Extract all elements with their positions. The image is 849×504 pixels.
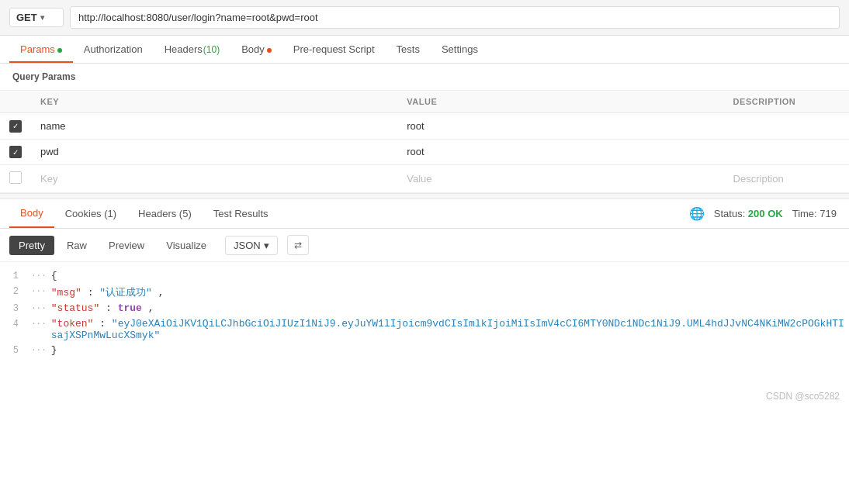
json-key-status: "status" (51, 302, 99, 314)
json-close-brace: } (51, 344, 57, 356)
json-val-msg: "认证成功" (99, 287, 152, 299)
format-raw-btn[interactable]: Raw (57, 236, 96, 255)
row3-value[interactable]: Value (397, 165, 723, 193)
row2-key[interactable]: pwd (31, 139, 397, 165)
response-time: Time: 719 (792, 208, 837, 219)
json-key-token: "token" (51, 318, 94, 330)
method-chevron: ▾ (40, 13, 44, 22)
url-bar: GET ▾ (0, 0, 849, 36)
json-line-2: 2 ··· "msg" : "认证成功" , (0, 284, 849, 301)
line-num-2: 2 (0, 285, 31, 297)
json-val-token: "eyJ0eXAiOiJKV1QiLCJhbGciOiJIUzI1NiJ9.ey… (51, 318, 844, 341)
response-tab-headers[interactable]: Headers (5) (127, 200, 203, 227)
response-tabs: Body Cookies (1) Headers (5) Test Result… (0, 199, 849, 229)
tab-headers[interactable]: Headers(10) (154, 36, 230, 63)
json-line-4: 4 ··· "token" : "eyJ0eXAiOiJKV1QiLCJhbGc… (0, 316, 849, 343)
url-input[interactable] (70, 6, 840, 29)
json-line-5: 5 ··· } (0, 343, 849, 358)
tab-settings[interactable]: Settings (431, 36, 489, 63)
wrap-icon: ⇄ (294, 240, 302, 250)
status-ok: 200 OK (748, 208, 783, 219)
row1-checkbox[interactable]: ✓ (9, 120, 22, 133)
json-key-msg: "msg" (51, 287, 81, 299)
params-table: KEY VALUE DESCRIPTION ✓ name root (0, 91, 849, 193)
tab-params[interactable]: Params (9, 36, 73, 63)
format-bar: Pretty Raw Preview Visualize JSON ▾ ⇄ (0, 229, 849, 262)
section-divider (0, 193, 849, 199)
format-visualize-btn[interactable]: Visualize (157, 236, 216, 255)
json-line-1: 1 ··· { (0, 268, 849, 284)
line-num-1: 1 (0, 270, 31, 281)
params-dot (57, 48, 62, 53)
request-tabs: Params Authorization Headers(10) Body Pr… (0, 36, 849, 64)
row3-description[interactable]: Description (724, 165, 849, 193)
row2-checkbox-cell: ✓ (0, 139, 31, 165)
col-desc-header: DESCRIPTION (724, 91, 849, 113)
wrap-button[interactable]: ⇄ (287, 235, 309, 255)
row1-description[interactable] (724, 113, 849, 140)
json-format-chevron: ▾ (264, 240, 269, 251)
body-dot (267, 48, 272, 53)
json-open-brace: { (51, 270, 57, 281)
tab-pre-request[interactable]: Pre-request Script (282, 36, 386, 63)
method-select[interactable]: GET ▾ (9, 8, 64, 27)
row1-key[interactable]: name (31, 113, 397, 140)
tab-tests[interactable]: Tests (386, 36, 431, 63)
tab-body[interactable]: Body (230, 36, 282, 63)
globe-icon: 🌐 (689, 206, 705, 221)
row2-value[interactable]: root (397, 139, 723, 165)
line-num-3: 3 (0, 302, 31, 314)
json-body: 1 ··· { 2 ··· "msg" : "认证成功" , 3 ··· "st… (0, 262, 849, 386)
col-value-header: VALUE (397, 91, 723, 113)
response-tab-cookies[interactable]: Cookies (1) (54, 200, 127, 227)
json-line-3: 3 ··· "status" : true , (0, 301, 849, 316)
table-row: Key Value Description (0, 165, 849, 193)
row2-description[interactable] (724, 139, 849, 165)
json-val-status: true (118, 302, 142, 314)
row3-checkbox-cell (0, 165, 31, 193)
method-label: GET (16, 12, 37, 23)
tab-authorization[interactable]: Authorization (73, 36, 154, 63)
response-tab-body[interactable]: Body (9, 199, 54, 228)
format-preview-btn[interactable]: Preview (99, 236, 154, 255)
table-row: ✓ name root (0, 113, 849, 140)
table-row: ✓ pwd root (0, 139, 849, 165)
row1-checkbox-cell: ✓ (0, 113, 31, 140)
row1-value[interactable]: root (397, 113, 723, 140)
query-params-label: Query Params (0, 64, 849, 91)
row3-checkbox[interactable] (9, 171, 22, 184)
line-num-5: 5 (0, 344, 31, 356)
response-status: 🌐 Status: 200 OK Time: 719 (689, 206, 840, 221)
row3-key[interactable]: Key (31, 165, 397, 193)
row2-checkbox[interactable]: ✓ (9, 146, 22, 158)
line-num-4: 4 (0, 318, 31, 330)
json-format-label: JSON (234, 240, 261, 251)
watermark: CSDN @sco5282 (0, 386, 849, 406)
json-format-selector[interactable]: JSON ▾ (225, 236, 278, 255)
col-checkbox (0, 91, 31, 113)
col-key-header: KEY (31, 91, 397, 113)
format-pretty-btn[interactable]: Pretty (9, 236, 54, 255)
response-tab-test-results[interactable]: Test Results (203, 200, 279, 227)
